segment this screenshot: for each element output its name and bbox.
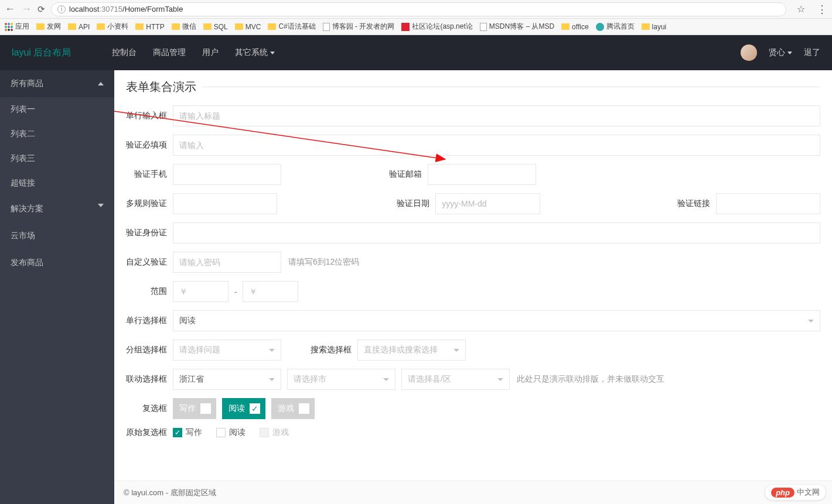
folder-icon [135, 23, 144, 30]
chevron-down-icon [808, 320, 814, 323]
nav-user[interactable]: 用户 [202, 47, 219, 58]
browser-menu-icon[interactable]: ⋮ [817, 3, 827, 16]
nav-products[interactable]: 商品管理 [153, 47, 186, 58]
browser-toolbar: ← → ⟳ i localhost:30715/Home/FormTable ☆… [0, 0, 832, 19]
sidebar-item-list2[interactable]: 列表二 [0, 122, 114, 146]
single-select[interactable]: 阅读 [173, 310, 820, 331]
bookmark-item[interactable]: 博客园 - 开发者的网 [323, 22, 395, 32]
link-input[interactable] [716, 193, 820, 214]
folder-icon [68, 23, 76, 30]
php-cn-text: 中文网 [797, 487, 820, 498]
password-input[interactable] [173, 252, 281, 273]
bookmark-item[interactable]: 发网 [36, 22, 61, 32]
range-max-input[interactable] [243, 281, 298, 302]
chevron-down-icon [497, 378, 503, 381]
label-link-select: 联动选择框 [126, 374, 173, 385]
checkbox-box [299, 403, 309, 414]
reload-button[interactable]: ⟳ [37, 4, 45, 15]
apps-label: 应用 [15, 22, 29, 32]
label-custom: 自定义验证 [126, 257, 173, 268]
footer-text: © layui.com - 底部固定区域 [124, 488, 216, 498]
province-select[interactable]: 浙江省 [173, 369, 281, 390]
city-select[interactable]: 请选择市 [287, 369, 395, 390]
address-bar[interactable]: i localhost:30715/Home/FormTable [51, 2, 786, 16]
chevron-up-icon [98, 82, 104, 85]
idcard-input[interactable] [173, 222, 820, 244]
bookmark-item[interactable]: HTTP [135, 23, 164, 31]
label-multirule: 多规则验证 [126, 198, 173, 209]
checkbox-box [200, 403, 211, 414]
chevron-down-icon [269, 378, 275, 381]
label-range: 范围 [126, 286, 173, 297]
sidebar-item-list1[interactable]: 列表一 [0, 97, 114, 122]
label-checkbox: 复选框 [126, 403, 173, 414]
label-search-select: 搜索选择框 [281, 345, 357, 355]
date-input[interactable] [435, 193, 540, 214]
range-min-input[interactable] [173, 281, 229, 302]
label-email: 验证邮箱 [281, 169, 428, 180]
site-info-icon[interactable]: i [57, 5, 66, 13]
check-icon: ✓ [173, 428, 182, 437]
bookmark-item[interactable]: 社区论坛(asp.net论 [401, 22, 472, 32]
nav-other-systems[interactable]: 其它系统 [235, 47, 275, 58]
footer: © layui.com - 底部固定区域 php 中文网 [114, 481, 832, 504]
folder-icon [268, 23, 276, 30]
group-select[interactable]: 请选择问题 [173, 340, 281, 361]
bookmarks-bar: 应用 发网 API 小资料 HTTP 微信 SQL MVC C#语法基础 博客园… [0, 19, 832, 35]
sidebar-item-list3[interactable]: 列表三 [0, 146, 114, 171]
bookmark-item[interactable]: MVC [235, 23, 261, 31]
sidebar-item-all-products[interactable]: 所有商品 [0, 70, 114, 97]
page-icon [323, 23, 330, 31]
title-input[interactable] [173, 105, 820, 126]
multirule-input[interactable] [173, 193, 277, 214]
bookmark-item[interactable]: MSDN博客 – 从MSD [480, 22, 554, 32]
chevron-down-icon [98, 204, 104, 207]
sidebar-item-hyperlink[interactable]: 超链接 [0, 171, 114, 196]
url-port: :30715 [99, 5, 122, 13]
county-select[interactable]: 请选择县/区 [401, 369, 510, 390]
checkbox-write[interactable]: 写作 [173, 398, 216, 419]
checkbox-read[interactable]: 阅读✓ [222, 398, 265, 419]
form-legend: 表单集合演示 [126, 79, 820, 95]
range-separator: - [234, 287, 237, 296]
sidebar-item-publish[interactable]: 发布商品 [0, 249, 114, 276]
bookmark-item[interactable]: layui [642, 23, 667, 31]
bookmark-item[interactable]: 小资料 [97, 22, 128, 32]
bookmark-item[interactable]: 腾讯首页 [596, 22, 635, 32]
sidebar-item-cloud[interactable]: 云市场 [0, 222, 114, 249]
raw-checkbox-write[interactable]: ✓写作 [173, 427, 202, 438]
check-icon: ✓ [250, 403, 260, 414]
bookmark-item[interactable]: API [68, 23, 90, 31]
nav-console[interactable]: 控制台 [112, 47, 137, 58]
sidebar-item-solution[interactable]: 解决方案 [0, 196, 114, 222]
site-icon [596, 23, 604, 31]
phone-input[interactable] [173, 164, 281, 185]
email-input[interactable] [428, 164, 536, 185]
folder-icon [642, 23, 650, 30]
label-required: 验证必填项 [126, 140, 173, 150]
bookmark-item[interactable]: office [561, 23, 588, 31]
back-button[interactable]: ← [5, 3, 15, 15]
chevron-down-icon [383, 378, 389, 381]
logo[interactable]: layui 后台布局 [12, 47, 71, 59]
checkbox-box [260, 428, 269, 437]
apps-shortcut[interactable]: 应用 [5, 22, 29, 32]
site-icon [401, 23, 410, 31]
search-select[interactable]: 直接选择或搜索选择 [357, 340, 466, 361]
user-menu[interactable]: 贤心 [769, 47, 792, 58]
required-input[interactable] [173, 135, 820, 156]
checkbox-game[interactable]: 游戏 [271, 398, 315, 419]
password-tip: 请填写6到12位密码 [288, 257, 359, 268]
forward-button[interactable]: → [21, 3, 32, 15]
label-single-input: 单行输入框 [126, 111, 173, 121]
bookmark-item[interactable]: SQL [203, 23, 228, 31]
bookmark-item[interactable]: C#语法基础 [268, 22, 315, 32]
logout-link[interactable]: 退了 [804, 47, 820, 58]
bookmark-item[interactable]: 微信 [172, 22, 196, 32]
raw-checkbox-read[interactable]: 阅读 [216, 427, 245, 438]
label-group-select: 分组选择框 [126, 345, 173, 355]
bookmark-star-icon[interactable]: ☆ [797, 4, 805, 15]
avatar[interactable] [741, 44, 757, 61]
folder-icon [36, 23, 45, 30]
chevron-down-icon [787, 52, 792, 54]
